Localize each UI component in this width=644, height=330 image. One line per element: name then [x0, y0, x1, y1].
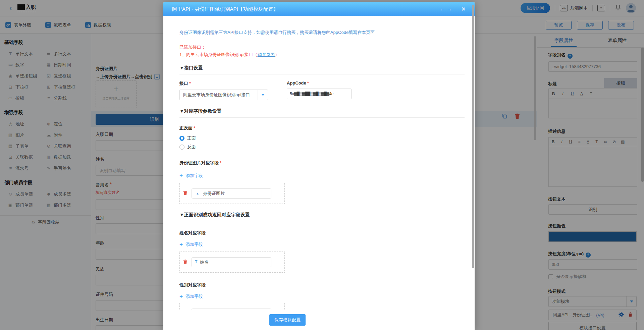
modal-footer: 保存模块配置 [163, 310, 475, 330]
added-api-item: 1、阿里云市场身份证图像识别api接口（购买页面） [179, 51, 465, 58]
modal-header-actions: ← → ✕ [440, 6, 466, 13]
added-api-block: 已添加接口： 1、阿里云市场身份证图像识别api接口（购买页面） [179, 44, 465, 58]
appcode-input[interactable] [287, 89, 352, 99]
name-field-value: 姓名 [200, 259, 209, 265]
remove-field-icon[interactable] [183, 259, 188, 266]
plus-icon: + [179, 242, 183, 247]
add-field-link[interactable]: + 添加字段 [179, 173, 203, 179]
module-config-modal: 阿里API - 身份证图像识别API【功能模块配置】 ← → ✕ 身份证图像识别… [163, 2, 475, 330]
section-field-params: ▼对应字段参数设置 [179, 108, 465, 114]
modal-title: 阿里API - 身份证图像识别API【功能模块配置】 [172, 6, 278, 12]
radio-front[interactable]: 正面 [179, 135, 465, 141]
purchase-page-link[interactable]: 购买页面 [258, 52, 275, 57]
id-field-chip[interactable]: ▲ 身份证图片 [192, 188, 271, 199]
appcode-label: AppCode* [287, 80, 352, 86]
divider [179, 74, 465, 74]
id-field-box: ▲ 身份证图片 [179, 183, 285, 204]
form-designer-page: ‹ 入职 应用访问 </> 后端脚本 ≡ [0, 0, 644, 330]
add-field-link[interactable]: + 添加字段 [179, 241, 203, 248]
close-icon[interactable]: ✕ [461, 6, 466, 13]
section-api-settings: ▼接口设置 [179, 65, 465, 71]
id-field-label: 身份证图片对应字段* [179, 160, 465, 166]
section-front-result: ▼正面识别成功返回对应字段设置 [179, 212, 465, 218]
modal-scrollbar[interactable] [472, 5, 474, 268]
remove-field-icon[interactable] [183, 190, 188, 197]
name-field-box: T 姓名 [179, 252, 285, 273]
chevron-down-icon [261, 94, 265, 98]
add-field-label: 添加字段 [185, 173, 203, 179]
side-label: 正反面* [179, 125, 465, 131]
radio-front-label: 正面 [187, 135, 196, 141]
text-field-icon: T [195, 260, 197, 264]
radio-unselected-icon[interactable] [179, 145, 184, 150]
save-module-config-button[interactable]: 保存模块配置 [269, 314, 306, 326]
radio-back-label: 反面 [187, 144, 196, 150]
modal-body: 身份证图像识别需第三方API接口支持，如需使用请自行购买，购买后请将您的AppC… [163, 16, 475, 330]
radio-selected-icon[interactable] [179, 136, 184, 141]
required-mark: * [194, 125, 195, 130]
interface-select[interactable]: 阿里云市场身份证图像识别api接口 [179, 90, 268, 100]
interface-label: 接口* [179, 80, 268, 87]
modal-header: 阿里API - 身份证图像识别API【功能模块配置】 ← → ✕ [163, 2, 475, 16]
divider [179, 221, 465, 221]
name-field-label: 姓名对应字段 [179, 230, 465, 236]
interface-value: 阿里云市场身份证图像识别api接口 [180, 92, 258, 98]
add-field-label: 添加字段 [185, 293, 203, 299]
appcode-column: AppCode* [287, 80, 352, 100]
divider [179, 117, 465, 118]
required-mark: * [189, 81, 191, 86]
required-mark: * [307, 80, 309, 86]
plus-icon: + [179, 173, 183, 178]
added-api-title: 已添加接口： [179, 44, 465, 51]
required-mark: * [220, 160, 221, 165]
interface-column: 接口* 阿里云市场身份证图像识别api接口 [179, 80, 268, 100]
id-field-value: 身份证图片 [203, 190, 225, 197]
add-field-link[interactable]: + 添加字段 [179, 293, 203, 299]
resize-arrows-icon[interactable]: ← → [440, 6, 452, 12]
gender-field-label: 性别对应字段 [179, 282, 465, 288]
add-field-label: 添加字段 [185, 241, 203, 248]
api-settings-columns: 接口* 阿里云市场身份证图像识别api接口 AppCode* [179, 80, 465, 100]
select-caret-cell [258, 90, 268, 100]
plus-icon: + [179, 294, 183, 299]
name-field-chip[interactable]: T 姓名 [192, 257, 271, 267]
radio-back[interactable]: 反面 [179, 144, 465, 150]
image-field-icon: ▲ [195, 191, 200, 196]
api-info-text: 身份证图像识别需第三方API接口支持，如需使用请自行购买，购买后请将您的AppC… [179, 30, 465, 36]
